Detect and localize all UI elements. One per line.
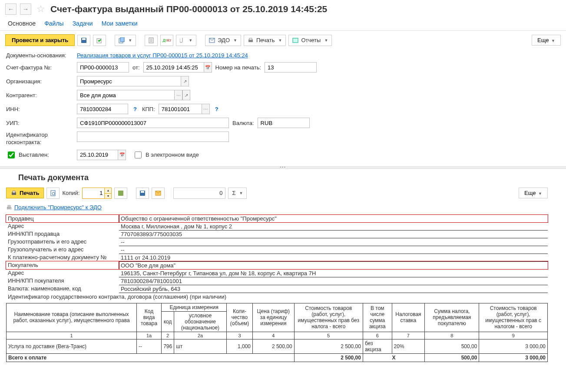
info-row: К платежно-расчетному документу №1111 от…	[6, 254, 548, 261]
save-button[interactable]	[77, 35, 90, 46]
col-qty: Коли- чество (объем)	[227, 303, 253, 332]
inn-help-icon[interactable]: ?	[132, 106, 139, 112]
copies-label: Копий:	[62, 190, 79, 196]
svg-rect-17	[118, 191, 123, 196]
uip-label: УИП:	[6, 120, 73, 126]
edit-toggle-button[interactable]	[114, 188, 127, 199]
tab-notes[interactable]: Мои заметки	[102, 20, 138, 27]
sum-button[interactable]: Σ▼	[228, 188, 247, 199]
page-title: Счет-фактура выданный ПР00-0000013 от 25…	[50, 4, 327, 14]
dt-kt-button[interactable]: ДтКт	[160, 35, 173, 46]
issued-date-input[interactable]	[77, 150, 118, 160]
copies-up-icon[interactable]: ▲	[104, 188, 111, 193]
create-based-on-button[interactable]: ▼	[115, 35, 136, 46]
basis-doc-link[interactable]: Реализация товаров и услуг ПР00-000015 о…	[77, 52, 248, 59]
tab-tasks[interactable]: Задачи	[73, 20, 93, 27]
col-tax-rate: Налоговая ставка	[392, 303, 425, 332]
info-row: Валюта: наименование, кодРоссийский рубл…	[6, 285, 548, 293]
invoice-date-input[interactable]	[143, 62, 204, 72]
svg-rect-14	[13, 191, 15, 193]
invoice-items-table: Наименование товара (описание выполненны…	[6, 303, 548, 362]
issued-calendar-icon[interactable]: 📅	[118, 150, 126, 160]
issued-label: Выставлен:	[6, 150, 73, 160]
calendar-icon[interactable]: 📅	[204, 62, 212, 72]
doc-structure-button[interactable]	[145, 35, 158, 46]
title-bar: ← → ☆ Счет-фактура выданный ПР00-0000013…	[0, 0, 566, 18]
col-unit: Единица измерения	[162, 303, 227, 311]
copies-input[interactable]	[83, 188, 104, 198]
info-row: АдресМосква г, Миллионная , дом № 1, кор…	[6, 222, 548, 230]
issued-checkbox[interactable]	[8, 152, 15, 158]
info-row: ИНН/КПП продавца7707083893/775003035	[6, 230, 548, 238]
contract-note: Идентификатор государственного контракта…	[6, 293, 548, 300]
invoice-no-input[interactable]	[77, 62, 129, 72]
counterparty-label: Контрагент:	[6, 92, 73, 99]
tab-files[interactable]: Файлы	[44, 20, 63, 27]
invoice-no-label: Счет-фактура №:	[6, 64, 73, 71]
info-row: Адрес196135, Санкт-Петербург г, Типанова…	[6, 269, 548, 277]
kpp-help-icon[interactable]: ?	[213, 106, 220, 112]
counterparty-open-icon[interactable]: ↗	[182, 90, 190, 100]
from-label: от:	[132, 64, 140, 71]
print-number-input[interactable]	[265, 62, 317, 72]
col-tax-sum: Сумма налога, предъявляемая покупателю	[425, 303, 479, 332]
nav-forward-button[interactable]: →	[20, 3, 31, 15]
copies-down-icon[interactable]: ▼	[104, 193, 111, 198]
org-label: Организация:	[6, 78, 73, 85]
connect-edo-link[interactable]: Подключить "Промресурс" к ЭДО	[14, 204, 102, 211]
col-unit-code: код	[162, 311, 174, 332]
info-row: Грузоотправитель и его адрес--	[6, 238, 548, 246]
nav-back-button[interactable]: ←	[5, 3, 17, 15]
edo-button[interactable]: ЭДО▼	[205, 35, 241, 46]
info-row: ПокупательООО "Все для дома"	[6, 261, 548, 269]
item-row: Услуга по доставке (Вега-Транс) -- 796 ш…	[7, 339, 548, 353]
uip-input[interactable]	[77, 118, 229, 128]
inn-label: ИНН:	[6, 106, 73, 112]
preview-button[interactable]	[46, 188, 60, 199]
send-email-button[interactable]	[152, 188, 165, 199]
print-more-button[interactable]: Еще ▼	[519, 188, 548, 198]
favorite-star-icon[interactable]: ☆	[36, 3, 45, 15]
more-button[interactable]: Еще ▼	[532, 35, 561, 46]
total-row: Всего к оплате 2 500,00 X 500,00 3 000,0…	[7, 353, 548, 362]
kpp-input[interactable]	[159, 104, 202, 114]
copies-spinner[interactable]: ▲ ▼	[82, 188, 112, 199]
pane-splitter[interactable]	[0, 166, 566, 169]
counterparty-input[interactable]	[77, 90, 175, 100]
print-preview-section: Печать документа Печать Копий: ▲ ▼ 0 Σ▼ …	[0, 169, 566, 362]
kpp-label: КПП:	[142, 106, 155, 112]
reports-button[interactable]: Отчеты▼	[288, 35, 332, 46]
org-input[interactable]	[77, 76, 181, 86]
tab-main[interactable]: Основное	[8, 20, 36, 27]
inn-input[interactable]	[77, 104, 128, 114]
post-button[interactable]	[93, 35, 106, 46]
basis-doc-label: Документы-основания:	[6, 52, 73, 59]
edo-link-icon: 🖶	[6, 204, 12, 211]
print-number-label: Номер на печать:	[215, 64, 261, 71]
org-open-icon[interactable]: ↗	[181, 76, 189, 86]
post-and-close-button[interactable]: Провести и закрыть	[5, 34, 75, 46]
print-toolbar: Печать Копий: ▲ ▼ 0 Σ▼ Еще ▼	[6, 188, 548, 199]
col-cost-no-tax: Стоимость товаров (работ, услуг), имущес…	[294, 303, 363, 332]
svg-rect-4	[120, 37, 124, 42]
svg-rect-19	[141, 191, 144, 193]
invoice-info-table: ПродавецОбщество с ограниченной ответств…	[6, 215, 548, 293]
print-doc-button[interactable]: Печать	[6, 188, 44, 198]
currency-label: Валюта:	[232, 120, 254, 126]
electronic-checkbox[interactable]	[135, 152, 142, 158]
save-print-button[interactable]	[136, 188, 149, 199]
section-tabs: Основное Файлы Задачи Мои заметки	[0, 18, 566, 31]
kpp-select-icon[interactable]: ⋯	[202, 104, 210, 114]
form-header: Документы-основания: Реализация товаров …	[0, 49, 566, 166]
col-cost-with-tax: Стоимость товаров (работ, услуг), имущес…	[479, 303, 548, 332]
print-section-title: Печать документа	[18, 173, 548, 182]
counterparty-select-icon[interactable]: ⋯	[175, 90, 182, 100]
page-counter: 0	[173, 188, 225, 199]
contract-id-input[interactable]	[77, 132, 229, 142]
attach-button[interactable]: ▼	[176, 35, 196, 46]
col-type-code: Код вида товара	[137, 303, 162, 332]
print-button[interactable]: Печать▼	[244, 35, 286, 46]
col-excise: В том числе сумма акциза	[363, 303, 392, 332]
currency-input[interactable]	[258, 118, 310, 128]
info-row: ИНН/КПП покупателя7810300284/781001001	[6, 277, 548, 285]
